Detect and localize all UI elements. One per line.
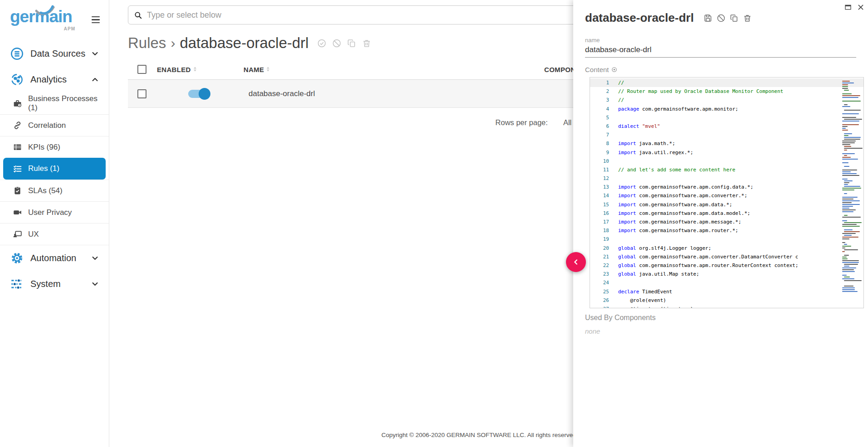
code-line[interactable]: 5 — [590, 113, 863, 122]
code-line[interactable]: 12 — [590, 174, 863, 183]
video-camera-icon — [13, 208, 22, 217]
sidebar-item-analytics[interactable]: Analytics — [0, 67, 109, 92]
maximize-window-icon[interactable] — [844, 4, 852, 11]
name-field-input[interactable] — [585, 44, 856, 58]
data-sources-icon — [10, 47, 24, 61]
code-line[interactable]: 21global com.germainsoftware.apm.convert… — [590, 253, 863, 261]
line-number[interactable]: 26 — [590, 296, 609, 305]
code-line[interactable]: 20global org.slf4j.Logger logger; — [590, 244, 863, 253]
sidebar-item-kpis[interactable]: KPIs (96) — [0, 136, 109, 158]
code-line[interactable]: 4package com.germainsoftware.apm.monitor… — [590, 105, 863, 113]
analytics-icon — [10, 73, 24, 87]
breadcrumb-separator: › — [171, 35, 175, 51]
content-info-icon[interactable] — [611, 67, 617, 73]
code-line[interactable]: 17import com.germainsoftware.apm.message… — [590, 218, 863, 226]
code-editor[interactable]: 1//2// Router map used by Oracle Databas… — [590, 77, 864, 308]
line-number[interactable]: 17 — [590, 218, 609, 226]
code-line[interactable]: 3// — [590, 96, 863, 104]
breadcrumb-section[interactable]: Rules — [128, 34, 166, 52]
close-icon[interactable] — [857, 4, 864, 11]
code-line[interactable]: 2// Router map used by Oracle Database M… — [590, 87, 863, 96]
collapse-panel-button[interactable] — [566, 252, 586, 272]
line-number[interactable]: 6 — [590, 122, 609, 131]
code-line[interactable]: 23global java.util.Map state; — [590, 270, 863, 278]
line-number[interactable]: 8 — [590, 139, 609, 148]
line-number[interactable]: 9 — [590, 148, 609, 157]
enable-check-icon[interactable] — [317, 39, 327, 48]
code-line[interactable]: 13import com.germainsoftware.apm.config.… — [590, 183, 863, 191]
code-line[interactable]: 22global com.germainsoftware.apm.router.… — [590, 261, 863, 270]
chevron-down-icon — [91, 280, 99, 288]
sidebar-item-data-sources[interactable]: Data Sources — [0, 41, 109, 67]
line-number[interactable]: 1 — [590, 78, 609, 87]
sidebar-item-correlation[interactable]: Correlation — [0, 114, 109, 136]
row-checkbox[interactable] — [137, 89, 146, 98]
disable-ban-icon[interactable] — [332, 39, 341, 48]
code-line[interactable]: 15import com.germainsoftware.apm.data.*; — [590, 200, 863, 209]
copy-icon[interactable] — [347, 39, 356, 48]
column-header-enabled[interactable]: ENABLED — [157, 65, 196, 73]
code-line[interactable]: 19 — [590, 235, 863, 243]
app-logo[interactable]: germain APM — [10, 6, 78, 27]
select-all-checkbox[interactable] — [137, 65, 146, 74]
sidebar-item-business-processes[interactable]: Business Processes (1) — [0, 92, 109, 114]
code-line[interactable]: 18import com.germainsoftware.apm.router.… — [590, 226, 863, 235]
line-number[interactable]: 3 — [590, 96, 609, 104]
line-number[interactable]: 18 — [590, 226, 609, 235]
disable-ban-icon[interactable] — [717, 14, 726, 23]
sidebar-item-label: Correlation — [28, 121, 66, 130]
sidebar-item-ux[interactable]: UX — [0, 223, 109, 245]
kpi-table-icon — [13, 142, 22, 152]
line-number[interactable]: 13 — [590, 183, 609, 191]
rule-name-cell[interactable]: database-oracle-drl — [249, 89, 315, 98]
sidebar-item-system[interactable]: System — [0, 271, 109, 297]
code-line[interactable]: 25declare TimedEvent — [590, 287, 863, 296]
enabled-toggle[interactable] — [188, 90, 209, 98]
copy-icon[interactable] — [730, 14, 739, 23]
code-line[interactable]: 16import com.germainsoftware.apm.data.mo… — [590, 209, 863, 218]
code-line[interactable]: 10 — [590, 157, 863, 165]
save-icon[interactable] — [703, 14, 712, 23]
code-line[interactable]: 27 @timestamp(timestamp) — [590, 305, 863, 308]
line-number[interactable]: 4 — [590, 105, 609, 113]
line-number[interactable]: 16 — [590, 209, 609, 218]
line-number[interactable]: 5 — [590, 113, 609, 122]
chevron-left-icon — [572, 258, 580, 266]
line-number[interactable]: 22 — [590, 261, 609, 270]
code-line[interactable]: 8import java.math.*; — [590, 139, 863, 148]
code-line[interactable]: 6dialect "mvel" — [590, 122, 863, 131]
line-number[interactable]: 10 — [590, 157, 609, 165]
line-number[interactable]: 2 — [590, 87, 609, 96]
line-number[interactable]: 25 — [590, 287, 609, 296]
code-line[interactable]: 14import com.germainsoftware.apm.convert… — [590, 191, 863, 200]
code-line[interactable]: 9import java.util.regex.*; — [590, 148, 863, 157]
trash-icon[interactable] — [362, 39, 371, 48]
line-number[interactable]: 15 — [590, 200, 609, 209]
sidebar-item-automation[interactable]: Automation — [0, 245, 109, 271]
sidebar-item-user-privacy[interactable]: User Privacy — [0, 201, 109, 223]
line-number[interactable]: 27 — [590, 305, 609, 308]
code-line[interactable]: 26 @role(event) — [590, 296, 863, 305]
code-line[interactable]: 24 — [590, 278, 863, 287]
menu-icon[interactable] — [92, 16, 100, 23]
line-number[interactable]: 21 — [590, 253, 609, 261]
editor-minimap[interactable] — [842, 79, 862, 292]
code-line[interactable]: 1// — [590, 78, 863, 87]
line-number[interactable]: 7 — [590, 131, 609, 139]
line-number[interactable]: 23 — [590, 270, 609, 278]
line-number[interactable]: 14 — [590, 191, 609, 200]
sidebar-item-label: SLAs (54) — [28, 186, 63, 195]
line-number[interactable]: 11 — [590, 165, 609, 174]
code-line[interactable]: 11// and let's add some more content her… — [590, 165, 863, 174]
line-number[interactable]: 24 — [590, 278, 609, 287]
line-number[interactable]: 19 — [590, 235, 609, 243]
sidebar-item-slas[interactable]: SLAs (54) — [0, 180, 109, 201]
sidebar-item-rules[interactable]: Rules (1) — [3, 158, 106, 180]
line-number[interactable]: 20 — [590, 244, 609, 253]
trash-icon[interactable] — [743, 14, 752, 23]
sidebar-item-label: Data Sources — [30, 49, 91, 59]
sort-arrows-icon — [194, 67, 196, 72]
column-header-name[interactable]: NAME — [244, 65, 269, 73]
line-number[interactable]: 12 — [590, 174, 609, 183]
code-line[interactable]: 7 — [590, 131, 863, 139]
